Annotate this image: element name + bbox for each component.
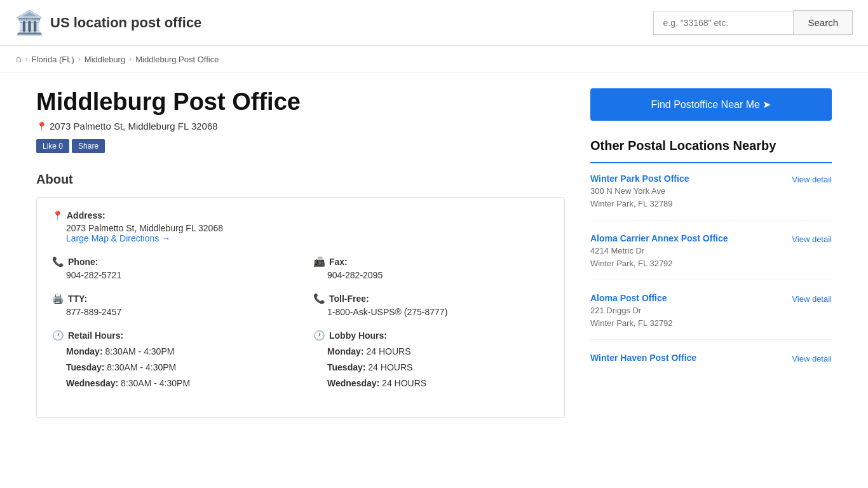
sidebar: Find Postoffice Near Me ➤ Other Postal L… <box>590 73 832 433</box>
breadcrumb-sep-3: › <box>129 55 132 64</box>
lobby-hours-label: 🕐 Lobby Hours: <box>313 330 549 341</box>
nearby-item-addr2-2: Winter Park, FL 32792 <box>590 257 728 270</box>
site-title: US location post office <box>50 15 201 31</box>
nearby-title: Other Postal Locations Nearby <box>590 139 832 153</box>
retail-hours-section: 🕐 Retail Hours: Monday: 8:30AM - 4:30PM … <box>52 330 288 392</box>
breadcrumb: ⌂ › Florida (FL) › Middleburg › Middlebu… <box>0 46 868 73</box>
tty-label: 🖨️ TTY: <box>52 293 288 304</box>
nearby-item-4: Winter Haven Post Office View detail <box>590 353 832 374</box>
clock-icon-retail: 🕐 <box>52 330 64 341</box>
info-card: 📍 Address: 2073 Palmetto St, Middleburg … <box>36 197 565 418</box>
nearby-item-name-3[interactable]: Aloma Post Office <box>590 293 673 303</box>
phone-label: 📞 Phone: <box>52 256 288 268</box>
retail-hours-wednesday: Wednesday: 8:30AM - 4:30PM <box>66 376 288 391</box>
fb-like-button[interactable]: Like 0 <box>36 139 69 153</box>
breadcrumb-florida[interactable]: Florida (FL) <box>32 55 74 64</box>
tollfree-value: 1-800-Ask-USPS® (275-8777) <box>327 307 549 317</box>
tty-section: 🖨️ TTY: 877-889-2457 <box>52 293 288 317</box>
nearby-item-3: Aloma Post Office 221 Driggs Dr Winter P… <box>590 293 832 340</box>
pin-icon: 📍 <box>36 121 47 132</box>
tollfree-icon: 📞 <box>313 293 325 304</box>
nearby-item-addr1-3: 221 Driggs Dr <box>590 304 673 317</box>
search-input[interactable] <box>653 11 793 35</box>
page-address: 📍 2073 Palmetto St, Middleburg FL 32068 <box>36 121 565 132</box>
nearby-view-detail-4[interactable]: View detail <box>792 354 832 363</box>
nearby-item-addr2-3: Winter Park, FL 32792 <box>590 317 673 330</box>
lobby-hours-tuesday: Tuesday: 24 HOURS <box>327 360 549 376</box>
header: 🏛️ US location post office Search <box>0 0 868 46</box>
nearby-item-addr1-2: 4214 Metric Dr <box>590 245 728 257</box>
address-label: 📍 Address: <box>52 210 549 220</box>
phone-icon: 📞 <box>52 256 64 268</box>
nearby-item-info-4: Winter Haven Post Office <box>590 353 696 364</box>
logo: 🏛️ US location post office <box>15 11 201 34</box>
address-section: 📍 Address: 2073 Palmetto St, Middleburg … <box>52 210 549 243</box>
page-title: Middleburg Post Office <box>36 88 565 116</box>
search-button[interactable]: Search <box>793 10 853 35</box>
lobby-hours-monday: Monday: 24 HOURS <box>327 344 549 360</box>
nearby-item-name-2[interactable]: Aloma Carrier Annex Post Office <box>590 233 728 243</box>
fax-value: 904-282-2095 <box>327 270 549 280</box>
main-content: Middleburg Post Office 📍 2073 Palmetto S… <box>36 73 590 433</box>
nearby-item-addr2-1: Winter Park, FL 32789 <box>590 198 689 210</box>
phone-value: 904-282-5721 <box>66 270 288 280</box>
nearby-view-detail-3[interactable]: View detail <box>792 294 832 304</box>
nearby-item-info-1: Winter Park Post Office 300 N New York A… <box>590 173 689 210</box>
nearby-item-info-2: Aloma Carrier Annex Post Office 4214 Met… <box>590 233 728 269</box>
tty-icon: 🖨️ <box>52 293 64 304</box>
home-icon[interactable]: ⌂ <box>15 53 22 65</box>
nearby-item-addr1-1: 300 N New York Ave <box>590 185 689 198</box>
tollfree-section: 📞 Toll-Free: 1-800-Ask-USPS® (275-8777) <box>313 293 549 317</box>
breadcrumb-current[interactable]: Middleburg Post Office <box>135 55 219 64</box>
retail-hours-monday: Monday: 8:30AM - 4:30PM <box>66 344 288 360</box>
logo-icon: 🏛️ <box>15 11 44 34</box>
retail-hours-label: 🕐 Retail Hours: <box>52 330 288 341</box>
nearby-view-detail-2[interactable]: View detail <box>792 234 832 244</box>
nearby-view-detail-1[interactable]: View detail <box>792 175 832 184</box>
lobby-hours-section: 🕐 Lobby Hours: Monday: 24 HOURS Tuesday:… <box>313 330 549 392</box>
nearby-item-name-1[interactable]: Winter Park Post Office <box>590 173 689 184</box>
pin-icon-2: 📍 <box>52 210 63 220</box>
main-layout: Middleburg Post Office 📍 2073 Palmetto S… <box>21 73 847 433</box>
phone-fax-grid: 📞 Phone: 904-282-5721 📠 Fax: 904-282-209… <box>52 256 549 293</box>
fax-icon: 📠 <box>313 256 325 268</box>
address-value: 2073 Palmetto St, Middleburg FL 32068 <box>66 223 549 233</box>
breadcrumb-middleburg[interactable]: Middleburg <box>85 55 125 64</box>
lobby-hours-wednesday: Wednesday: 24 HOURS <box>327 376 549 391</box>
fax-label: 📠 Fax: <box>313 256 549 268</box>
about-title: About <box>36 172 565 187</box>
fb-share-button[interactable]: Share <box>72 139 105 153</box>
fax-section: 📠 Fax: 904-282-2095 <box>313 256 549 280</box>
find-postoffice-button[interactable]: Find Postoffice Near Me ➤ <box>590 88 832 121</box>
nearby-item-2: Aloma Carrier Annex Post Office 4214 Met… <box>590 233 832 280</box>
address-text: 2073 Palmetto St, Middleburg FL 32068 <box>50 121 218 132</box>
retail-hours-tuesday: Tuesday: 8:30AM - 4:30PM <box>66 360 288 376</box>
breadcrumb-sep-1: › <box>25 55 28 64</box>
nearby-item-name-4[interactable]: Winter Haven Post Office <box>590 353 696 363</box>
hours-grid: 🕐 Retail Hours: Monday: 8:30AM - 4:30PM … <box>52 330 549 405</box>
tty-tollfree-grid: 🖨️ TTY: 877-889-2457 📞 Toll-Free: 1-800-… <box>52 293 549 330</box>
social-buttons: Like 0 Share <box>36 139 565 153</box>
search-area: Search <box>653 10 853 35</box>
map-directions-link[interactable]: Large Map & Directions → <box>66 233 170 243</box>
nearby-item-info-3: Aloma Post Office 221 Driggs Dr Winter P… <box>590 293 673 329</box>
nearby-item-1: Winter Park Post Office 300 N New York A… <box>590 173 832 220</box>
tollfree-label: 📞 Toll-Free: <box>313 293 549 304</box>
clock-icon-lobby: 🕐 <box>313 330 325 341</box>
phone-section: 📞 Phone: 904-282-5721 <box>52 256 288 280</box>
nearby-divider <box>590 162 832 163</box>
breadcrumb-sep-2: › <box>78 55 81 64</box>
tty-value: 877-889-2457 <box>66 307 288 317</box>
